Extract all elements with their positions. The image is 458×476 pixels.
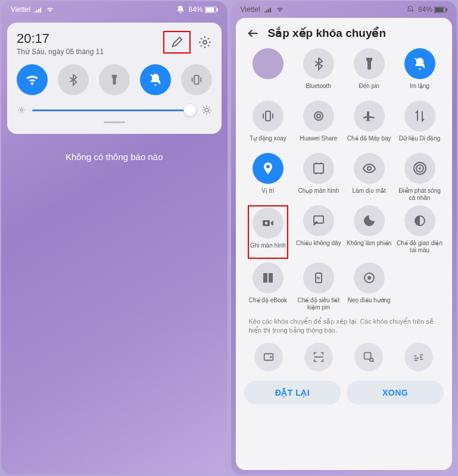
tile-rotate[interactable]: Tự động xoay [244,101,292,149]
quick-toggle-row [17,64,212,95]
mute-toggle[interactable] [140,64,171,95]
vibrate-icon [190,73,203,86]
tile-label: Tự động xoay [250,135,286,149]
wifi-toggle[interactable] [17,64,48,95]
svg-point-7 [205,108,208,112]
wifi-icon [46,7,54,12]
tile-record[interactable]: Ghi màn hình [244,205,292,259]
svg-point-16 [367,167,371,170]
bottom-tile-nfc[interactable] [254,343,283,371]
tile-label: Vị trí [261,187,274,202]
tile-hotspot[interactable]: Điểm phát sóng cá nhân [395,153,444,202]
done-button[interactable]: XONG [347,381,444,405]
tile-label: Dữ liệu Di động [399,135,441,149]
arrow-left-icon [247,27,260,40]
tile-label: Im lặng [410,83,429,97]
svg-rect-9 [435,7,444,12]
brightness-slider[interactable] [17,105,212,115]
edit-button[interactable] [163,31,191,54]
tile-battery[interactable]: Chế độ siêu tiết kiệm pin [294,262,342,311]
svg-point-17 [419,167,421,170]
screenshot-icon [303,153,334,184]
status-bar: Viettel 84% [231,1,457,18]
sun-low-icon [17,105,26,115]
tile-eye[interactable]: Làm dịu mắt [345,153,393,202]
tile-label: Điểm phát sóng cá nhân [395,187,444,202]
tile-hshare[interactable]: Huawei Share [294,101,342,149]
tile-label: Huawei Share [300,135,337,149]
tile-mobiledata[interactable]: Dữ liệu Di động [395,101,444,149]
wifi-icon [276,7,284,12]
bottom-tile-search-img[interactable] [354,343,383,371]
svg-point-13 [317,114,320,118]
tile-placeholder[interactable] [244,48,292,97]
flashlight-toggle[interactable] [99,64,130,95]
bluetooth-toggle[interactable] [58,64,89,95]
sound-icon [412,350,425,364]
back-button[interactable] [247,27,260,40]
svg-rect-5 [194,76,198,84]
tile-dark[interactable]: Chế độ giao diện tối màu [395,205,444,259]
flashlight-icon [108,74,120,86]
bluetooth-icon [303,48,334,79]
status-bar: Viettel 84% [1,1,228,18]
no-notifications-label: Không có thông báo nào [1,152,228,162]
svg-point-6 [20,109,23,111]
tile-mute[interactable]: Im lặng [395,48,444,97]
ebook-icon [253,262,283,293]
tile-cast[interactable]: Chiếu không dây [294,205,342,259]
phone-right: Viettel 84% Sắp xếp khóa chuyển Bluetoot… [231,1,457,475]
bell-slash-icon [148,73,163,87]
wifi-icon [24,72,40,87]
tile-screenshot[interactable]: Chụp màn hình [294,153,342,202]
svg-point-26 [367,276,371,280]
location-icon [253,153,283,184]
sun-high-icon [201,105,212,115]
svg-point-28 [270,356,272,358]
mobiledata-icon [404,101,435,131]
mute-icon [176,5,185,14]
drag-handle[interactable] [104,121,125,123]
tile-bluetooth[interactable]: Bluetooth [294,48,342,97]
tile-label: Chế độ eBook [249,297,287,311]
pencil-icon [170,36,183,49]
quick-settings-card: 20:17 Thứ Sáu, ngày 05 tháng 11 [7,23,222,134]
settings-button[interactable] [198,35,212,49]
bottom-tile-sound[interactable] [404,343,433,371]
gear-icon [198,35,212,49]
battery-badge: 84% [418,5,447,14]
slider-track[interactable] [32,109,195,111]
battery-badge: 84% [188,5,217,14]
bottom-row [242,338,447,377]
tile-label: Đèn pin [359,83,379,97]
mute-icon [406,5,415,14]
tile-airplane[interactable]: Chế độ Máy bay [345,101,393,149]
time-label: 20:17 [17,31,104,46]
panel-title: Sắp xếp khóa chuyển [268,26,387,40]
svg-point-21 [265,222,267,224]
tile-label: Làm dịu mắt [353,187,386,202]
vibrate-toggle[interactable] [181,64,212,95]
bottom-tile-scan[interactable] [304,343,333,371]
airplane-icon [354,101,385,131]
tile-label: Chiếu không dây [296,240,341,254]
slider-thumb[interactable] [183,104,197,117]
svg-rect-1 [205,7,214,12]
hint-text: Kéo các khóa chuyển để sắp xếp lại. Các … [242,311,447,338]
tile-label: Bluetooth [306,83,331,97]
tile-dnd[interactable]: Không làm phiền [345,205,393,259]
scan-icon [312,350,325,364]
svg-point-14 [314,112,323,120]
placeholder-icon [253,48,283,79]
dark-icon [404,205,435,236]
reset-button[interactable]: ĐẶT LẠI [244,381,341,405]
signal-icon [264,7,272,12]
tile-location[interactable]: Vị trí [244,153,292,202]
tile-flashlight[interactable]: Đèn pin [345,48,393,97]
search-img-icon [362,350,375,364]
tile-ebook[interactable]: Chế độ eBook [244,262,292,311]
tile-label: Neo điều hướng [348,297,391,311]
tile-navdock[interactable]: Neo điều hướng [345,262,393,311]
tile-label: Chế độ Máy bay [347,135,391,149]
time-block: 20:17 Thứ Sáu, ngày 05 tháng 11 [17,31,104,56]
